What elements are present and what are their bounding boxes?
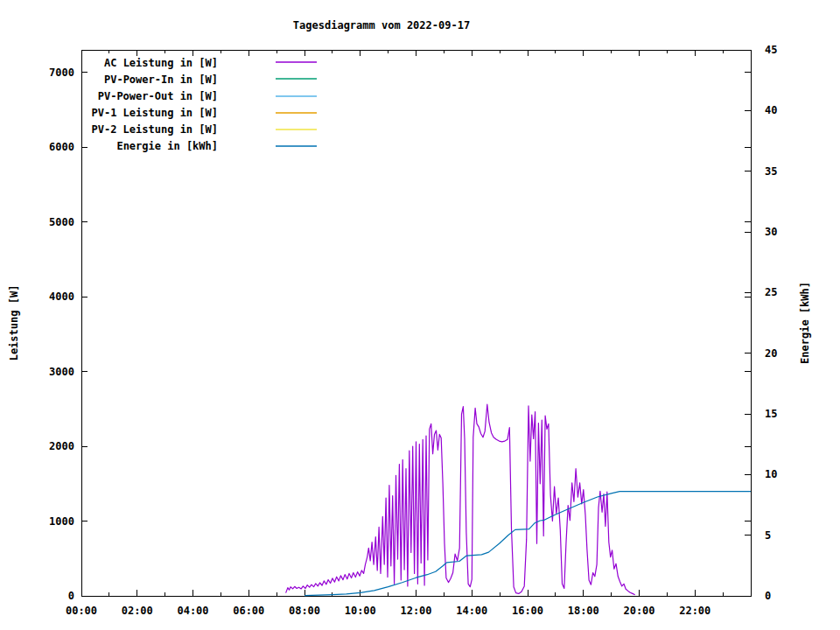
series-line-0 [286,404,635,595]
plot-series [286,404,751,596]
legend-entry-pv-out: PV-Power-Out in [W] [98,90,317,102]
legend: AC Leistung in [W] PV-Power-In in [W] PV… [92,57,318,152]
y2-tick-label: 5 [765,529,771,542]
legend-label-pv2: PV-2 Leistung in [W] [92,123,219,136]
legend-entry-pv-in: PV-Power-In in [W] [104,74,317,86]
legend-entry-pv1: PV-1 Leistung in [W] [92,107,318,119]
legend-entry-pv2: PV-2 Leistung in [W] [92,123,318,136]
x-tick-label: 02:00 [122,605,153,617]
y2-tick-label: 35 [765,165,777,178]
x-tick-label: 16:00 [512,605,543,617]
legend-label-ac: AC Leistung in [W] [104,57,218,69]
x-tick-label: 22:00 [679,605,710,617]
chart-title: Tagesdiagramm vom 2022-09-17 [293,19,470,32]
x-tick-label: 14:00 [456,605,487,617]
y2-tick-label: 45 [765,44,777,56]
y2-tick-label: 30 [765,226,777,238]
y2-tick-label: 40 [765,104,777,116]
y2-tick-label: 20 [765,347,777,360]
x-tick-label: 00:00 [66,605,97,617]
x-tick-label: 10:00 [345,605,376,617]
y2-axis-title: Energie [kWh] [799,282,811,364]
y-axis-title: Leistung [W] [8,285,20,361]
legend-entry-energie: Energie in [kWh] [116,140,317,152]
x-tick-label: 04:00 [177,605,208,617]
y2-tick-label: 25 [765,286,777,298]
x-tick-label: 20:00 [623,605,654,617]
y-tick-label: 1000 [49,515,74,528]
y2-tick-label: 0 [765,590,771,602]
x-tick-label: 18:00 [568,605,599,617]
legend-label-pv-out: PV-Power-Out in [W] [98,90,218,102]
y2-tick-label: 10 [765,468,777,480]
legend-entry-ac: AC Leistung in [W] [104,57,317,69]
legend-label-pv1: PV-1 Leistung in [W] [92,107,219,119]
legend-label-pv-in: PV-Power-In in [W] [104,74,218,86]
y-tick-label: 2000 [49,440,74,452]
plot-svg: Tagesdiagramm vom 2022-09-17 Leistung [W… [0,0,840,630]
legend-label-energie: Energie in [kWh] [116,140,218,152]
y-tick-label: 6000 [49,141,74,153]
x-tick-label: 06:00 [233,605,264,617]
x-tick-label: 08:00 [289,605,320,617]
y-tick-label: 5000 [49,216,74,228]
y-tick-label: 3000 [49,366,74,378]
x-tick-label: 12:00 [400,605,431,617]
y-tick-label: 7000 [49,66,74,79]
y2-tick-label: 15 [765,408,777,420]
chart-canvas: Tagesdiagramm vom 2022-09-17 Leistung [W… [0,0,840,630]
y-tick-label: 4000 [49,290,74,303]
y-tick-label: 0 [68,590,74,602]
